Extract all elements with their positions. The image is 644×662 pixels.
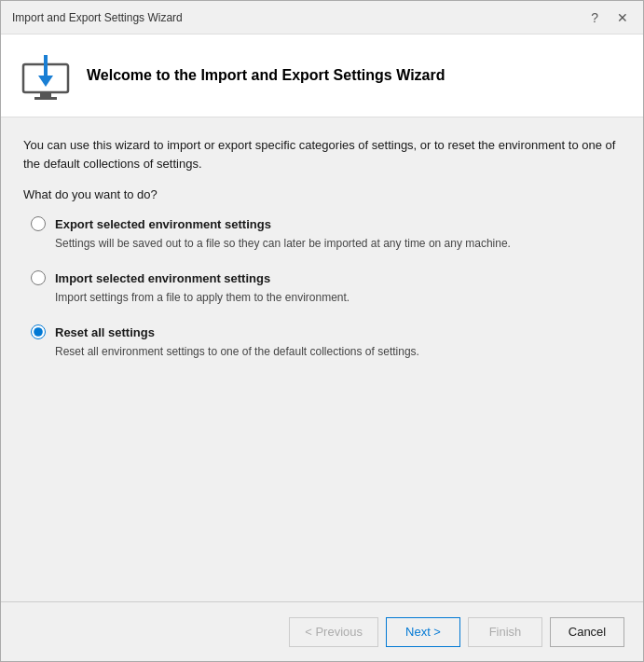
footer: < Previous Next > Finish Cancel: [1, 601, 643, 661]
title-bar: Import and Export Settings Wizard ? ✕: [1, 1, 643, 34]
label-import[interactable]: Import selected environment settings: [55, 271, 270, 285]
label-reset[interactable]: Reset all settings: [55, 325, 155, 339]
option-import: Import selected environment settings Imp…: [31, 270, 621, 306]
label-export[interactable]: Export selected environment settings: [55, 217, 271, 231]
finish-button[interactable]: Finish: [468, 617, 542, 647]
title-bar-left: Import and Export Settings Wizard: [12, 11, 183, 24]
option-group: Export selected environment settings Set…: [23, 216, 621, 360]
svg-rect-2: [34, 97, 57, 100]
desc-export: Settings will be saved out to a file so …: [55, 235, 621, 252]
header-title: Welcome to the Import and Export Setting…: [87, 67, 445, 84]
wizard-icon: [20, 49, 72, 102]
desc-import: Import settings from a file to apply the…: [55, 289, 621, 306]
previous-button[interactable]: < Previous: [289, 617, 378, 647]
svg-marker-4: [38, 76, 53, 87]
question-text: What do you want to do?: [23, 187, 621, 201]
cancel-button[interactable]: Cancel: [550, 617, 624, 647]
radio-export[interactable]: [31, 216, 46, 231]
option-reset: Reset all settings Reset all environment…: [31, 324, 621, 360]
wizard-dialog: Import and Export Settings Wizard ? ✕ We…: [0, 0, 644, 662]
content-area: You can use this wizard to import or exp…: [1, 117, 643, 601]
header-section: Welcome to the Import and Export Setting…: [1, 34, 643, 117]
option-export: Export selected environment settings Set…: [31, 216, 621, 252]
option-import-row: Import selected environment settings: [31, 270, 621, 285]
desc-reset: Reset all environment settings to one of…: [55, 343, 621, 360]
title-bar-controls: ? ✕: [587, 11, 632, 24]
intro-text: You can use this wizard to import or exp…: [23, 136, 621, 172]
radio-reset[interactable]: [31, 324, 46, 339]
svg-rect-1: [40, 92, 51, 97]
option-reset-row: Reset all settings: [31, 324, 621, 339]
close-button[interactable]: ✕: [613, 11, 632, 24]
title-bar-title: Import and Export Settings Wizard: [12, 11, 183, 24]
next-button[interactable]: Next >: [386, 617, 460, 647]
option-export-row: Export selected environment settings: [31, 216, 621, 231]
radio-import[interactable]: [31, 270, 46, 285]
help-button[interactable]: ?: [587, 11, 602, 24]
